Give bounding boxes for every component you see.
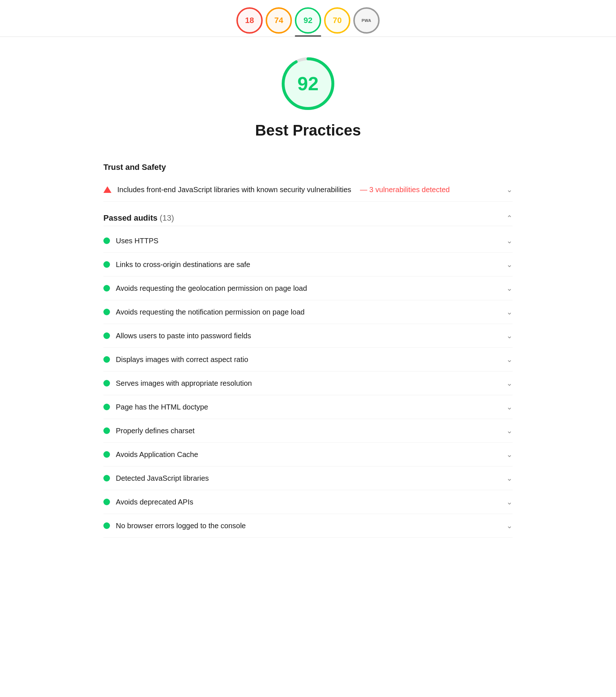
pass-icon [103,380,110,386]
audit-label: Page has the HTML doctype [116,403,208,411]
audit-left: Serves images with appropriate resolutio… [103,379,501,388]
audit-left: Detected JavaScript libraries [103,474,501,483]
tab-pwa-score: PWA [362,18,372,23]
audit-left: Displays images with correct aspect rati… [103,355,501,364]
pass-icon [103,451,110,458]
chevron-down-icon: ⌄ [506,498,513,506]
chevron-down-icon: ⌄ [506,236,513,245]
pass-icon [103,356,110,363]
pass-icon [103,332,110,339]
audit-label: Avoids deprecated APIs [116,498,193,506]
chevron-down-icon: ⌄ [506,284,513,293]
warning-icon [103,186,111,193]
chevron-down-icon: ⌄ [506,260,513,269]
tab-performance[interactable]: 18 [236,7,263,34]
audit-item-vulnerabilities[interactable]: Includes front-end JavaScript libraries … [103,178,513,202]
audit-left: Includes front-end JavaScript libraries … [103,186,501,194]
chevron-down-icon: ⌄ [506,474,513,483]
chevron-up-icon: ⌃ [506,214,513,222]
chevron-down-icon: ⌄ [506,355,513,364]
chevron-down-icon: ⌄ [506,450,513,459]
chevron-down-icon: ⌄ [506,331,513,340]
audit-item-geolocation[interactable]: Avoids requesting the geolocation permis… [103,277,513,300]
chevron-down-icon: ⌄ [506,185,513,194]
audit-label: Serves images with appropriate resolutio… [116,379,252,388]
audit-label: Avoids requesting the notification permi… [116,308,305,316]
audit-left: Uses HTTPS [103,237,501,245]
tab-accessibility-score: 74 [274,16,283,25]
score-title: Best Practices [255,122,361,139]
tab-best-practices-score: 92 [304,16,312,25]
pass-icon [103,475,110,481]
passed-header-label: Passed audits (13) [103,213,174,223]
audit-item-no-browser-errors[interactable]: No browser errors logged to the console … [103,514,513,538]
audit-item-app-cache[interactable]: Avoids Application Cache ⌄ [103,443,513,466]
audit-label: Displays images with correct aspect rati… [116,355,248,364]
audit-left: Avoids deprecated APIs [103,498,501,506]
audit-left: Properly defines charset [103,427,501,435]
audit-item-deprecated-apis[interactable]: Avoids deprecated APIs ⌄ [103,490,513,514]
audit-item-image-resolution[interactable]: Serves images with appropriate resolutio… [103,372,513,395]
audit-label: Properly defines charset [116,427,195,435]
audit-item-charset[interactable]: Properly defines charset ⌄ [103,419,513,443]
pass-icon [103,261,110,268]
audit-label: Links to cross-origin destinations are s… [116,260,250,269]
pass-icon [103,285,110,292]
audit-badge-vulnerabilities: — 3 vulnerabilities detected [360,186,450,194]
pass-icon [103,427,110,434]
pass-icon [103,404,110,410]
tab-bar: 18 74 92 70 PWA [0,0,616,37]
passed-audits-header[interactable]: Passed audits (13) ⌃ [103,202,513,226]
trust-section-header: Trust and Safety [103,151,513,178]
audit-item-cross-origin[interactable]: Links to cross-origin destinations are s… [103,253,513,277]
audit-item-aspect-ratio[interactable]: Displays images with correct aspect rati… [103,348,513,372]
audit-label: Uses HTTPS [116,237,159,245]
passed-label-text: Passed audits [103,213,157,222]
audit-label-vulnerabilities: Includes front-end JavaScript libraries … [117,186,351,194]
pass-icon [103,309,110,315]
chevron-down-icon: ⌄ [506,379,513,388]
score-circle: 92 [279,54,337,113]
chevron-down-icon: ⌄ [506,308,513,316]
passed-count: (13) [160,213,174,222]
audit-left: Avoids requesting the geolocation permis… [103,284,501,293]
audit-item-notification[interactable]: Avoids requesting the notification permi… [103,300,513,324]
audit-item-paste[interactable]: Allows users to paste into password fiel… [103,324,513,348]
score-section: 92 Best Practices [0,37,616,151]
tab-performance-score: 18 [245,16,254,25]
tab-seo-score: 70 [333,16,342,25]
chevron-down-icon: ⌄ [506,403,513,411]
audit-left: Avoids requesting the notification permi… [103,308,501,316]
audit-label: Avoids Application Cache [116,450,198,459]
audit-item-doctype[interactable]: Page has the HTML doctype ⌄ [103,395,513,419]
tab-pwa[interactable]: PWA [353,7,380,34]
passed-audits-list: Uses HTTPS ⌄ Links to cross-origin desti… [103,229,513,538]
audit-label: No browser errors logged to the console [116,522,246,530]
audit-left: Avoids Application Cache [103,450,501,459]
audit-item-js-libraries[interactable]: Detected JavaScript libraries ⌄ [103,466,513,490]
audit-left: Links to cross-origin destinations are s… [103,260,501,269]
tab-best-practices[interactable]: 92 [295,7,321,34]
audit-label: Avoids requesting the geolocation permis… [116,284,307,293]
pass-icon [103,237,110,244]
audit-item-https[interactable]: Uses HTTPS ⌄ [103,229,513,253]
audit-left: Allows users to paste into password fiel… [103,332,501,340]
audit-label: Allows users to paste into password fiel… [116,332,251,340]
audit-left: Page has the HTML doctype [103,403,501,411]
pass-icon [103,522,110,529]
tab-seo[interactable]: 70 [324,7,350,34]
chevron-down-icon: ⌄ [506,426,513,435]
pass-icon [103,499,110,505]
audit-left: No browser errors logged to the console [103,522,501,530]
tab-accessibility[interactable]: 74 [266,7,292,34]
main-content: Trust and Safety Includes front-end Java… [89,151,527,538]
chevron-down-icon: ⌄ [506,521,513,530]
audit-label: Detected JavaScript libraries [116,474,209,483]
score-value: 92 [297,73,319,95]
